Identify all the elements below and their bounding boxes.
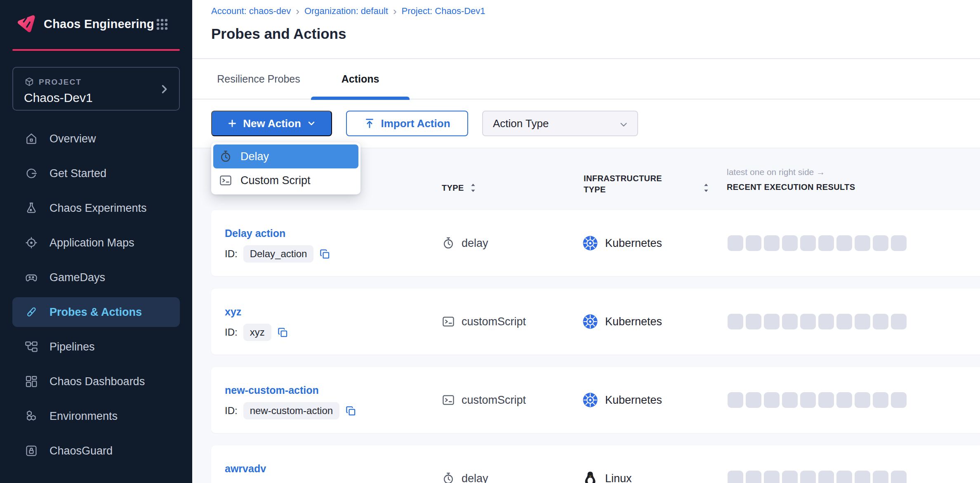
tabs: Resilience Probes Actions xyxy=(206,59,410,99)
execution-result-placeholder xyxy=(782,392,798,408)
execution-result-placeholder xyxy=(818,471,834,483)
execution-result-placeholder xyxy=(800,314,816,329)
flask-icon xyxy=(25,201,38,215)
execution-result-placeholder xyxy=(836,235,852,251)
hexagons-icon xyxy=(25,410,38,423)
execution-result-placeholder xyxy=(764,235,780,251)
execution-result-placeholder xyxy=(836,392,852,408)
execution-result-placeholder xyxy=(891,235,907,251)
execution-result-placeholder xyxy=(873,235,888,251)
copy-icon[interactable] xyxy=(345,405,356,417)
upload-icon xyxy=(364,118,375,129)
sort-icon[interactable] xyxy=(703,182,709,194)
kubernetes-icon xyxy=(582,235,598,251)
sidebar-item-chaosguard[interactable]: ChaosGuard xyxy=(0,433,192,468)
action-id: ID: new-custom-action xyxy=(225,402,356,420)
execution-result-placeholder xyxy=(746,314,761,329)
execution-result-placeholder xyxy=(818,392,834,408)
plus-icon xyxy=(227,118,238,129)
type-cell: customScript xyxy=(442,392,526,408)
copy-icon[interactable] xyxy=(277,327,288,338)
sidebar-item-gamedays[interactable]: GameDays xyxy=(0,260,192,295)
execution-result-placeholder xyxy=(800,471,816,483)
execution-result-placeholder xyxy=(764,471,780,483)
import-action-button[interactable]: Import Action xyxy=(346,111,468,136)
chevron-down-icon xyxy=(618,119,629,130)
action-id-value: xyz xyxy=(243,324,271,341)
execution-result-placeholder xyxy=(728,235,743,251)
action-name-link[interactable]: xyz xyxy=(225,306,241,318)
sidebar-item-chaos-experiments[interactable]: Chaos Experiments xyxy=(0,191,192,225)
execution-result-placeholder xyxy=(855,235,870,251)
sidebar-brand-divider xyxy=(12,49,180,51)
recent-execution-results xyxy=(728,392,907,408)
execution-result-placeholder xyxy=(873,392,888,408)
terminal-icon xyxy=(442,393,455,407)
breadcrumb-link-2[interactable]: Project: Chaos-Dev1 xyxy=(402,6,485,17)
sidebar-item-environments[interactable]: Environments xyxy=(0,399,192,433)
execution-result-placeholder xyxy=(891,314,907,329)
type-cell: customScript xyxy=(442,314,526,329)
tab-resilience-probes[interactable]: Resilience Probes xyxy=(206,59,311,99)
recent-execution-results xyxy=(728,471,907,483)
kubernetes-icon xyxy=(582,314,598,329)
dropdown-item-custom-script[interactable]: Custom Script xyxy=(213,168,358,192)
column-header-type: TYPE xyxy=(442,182,476,194)
infrastructure-cell: Linux xyxy=(582,470,632,483)
project-name: Chaos-Dev1 xyxy=(24,91,93,105)
main-content: Account: chaos-dev›Organization: default… xyxy=(192,0,980,483)
pipeline-icon xyxy=(25,340,38,353)
action-id-value: new-custom-action xyxy=(243,402,339,419)
sidebar-item-application-maps[interactable]: Application Maps xyxy=(0,225,192,260)
execution-result-placeholder xyxy=(746,392,761,408)
execution-result-placeholder xyxy=(818,235,834,251)
project-selector[interactable]: PROJECT Chaos-Dev1 xyxy=(12,67,180,111)
sidebar-item-overview[interactable]: Overview xyxy=(0,121,192,156)
execution-result-placeholder xyxy=(836,471,852,483)
action-id: ID: Delay_action xyxy=(225,245,330,263)
execution-result-placeholder xyxy=(800,235,816,251)
sidebar-item-get-started[interactable]: Get Started xyxy=(0,156,192,191)
cube-icon xyxy=(24,77,35,88)
column-header-infrastructure-type: INFRASTRUCTURE TYPE xyxy=(584,173,681,195)
action-name-link[interactable]: new-custom-action xyxy=(225,384,319,396)
new-action-button[interactable]: New Action xyxy=(211,111,332,136)
stopwatch-icon xyxy=(442,237,455,250)
execution-result-placeholder xyxy=(764,314,780,329)
type-cell: delay xyxy=(442,235,488,251)
breadcrumb: Account: chaos-dev›Organization: default… xyxy=(211,6,485,17)
getstarted-icon xyxy=(25,167,38,180)
tabs-divider xyxy=(192,99,980,99)
execution-result-placeholder xyxy=(746,235,761,251)
breadcrumb-separator-icon: › xyxy=(388,7,402,16)
apps-grid-icon[interactable] xyxy=(156,18,168,31)
actions-table: TYPE INFRASTRUCTURE TYPE latest one on r… xyxy=(192,148,980,483)
linux-icon xyxy=(582,471,598,483)
table-row-new-custom-action: new-custom-action ID: new-custom-action … xyxy=(211,367,980,433)
action-id: ID: xyz xyxy=(225,323,288,341)
recent-execution-results xyxy=(728,235,907,251)
execution-result-placeholder xyxy=(800,392,816,408)
terminal-icon xyxy=(219,174,232,187)
results-note: latest one on right side → xyxy=(727,167,825,177)
sidebar-item-chaos-dashboards[interactable]: Chaos Dashboards xyxy=(0,364,192,399)
copy-icon[interactable] xyxy=(319,249,330,260)
execution-result-placeholder xyxy=(782,314,798,329)
action-type-select[interactable]: Action Type xyxy=(482,111,638,136)
action-name-link[interactable]: Delay action xyxy=(225,227,285,239)
sort-icon[interactable] xyxy=(470,182,476,194)
column-header-recent-execution-results: RECENT EXECUTION RESULTS xyxy=(727,182,855,192)
sidebar-item-pipelines[interactable]: Pipelines xyxy=(0,329,192,364)
breadcrumb-link-1[interactable]: Organization: default xyxy=(304,6,388,17)
dropdown-item-delay[interactable]: Delay xyxy=(213,144,358,168)
testtube-icon xyxy=(25,305,38,319)
app-title: Chaos Engineering xyxy=(44,17,154,31)
sidebar-header: Chaos Engineering xyxy=(0,0,192,49)
tab-actions[interactable]: Actions xyxy=(311,59,410,99)
action-id-value: Delay_action xyxy=(243,245,314,263)
breadcrumb-link-0[interactable]: Account: chaos-dev xyxy=(211,6,291,17)
terminal-icon xyxy=(442,315,455,328)
chevron-right-icon xyxy=(158,83,170,95)
sidebar-item-probes-actions[interactable]: Probes & Actions xyxy=(0,295,192,329)
action-name-link[interactable]: awrvadv xyxy=(225,463,266,475)
